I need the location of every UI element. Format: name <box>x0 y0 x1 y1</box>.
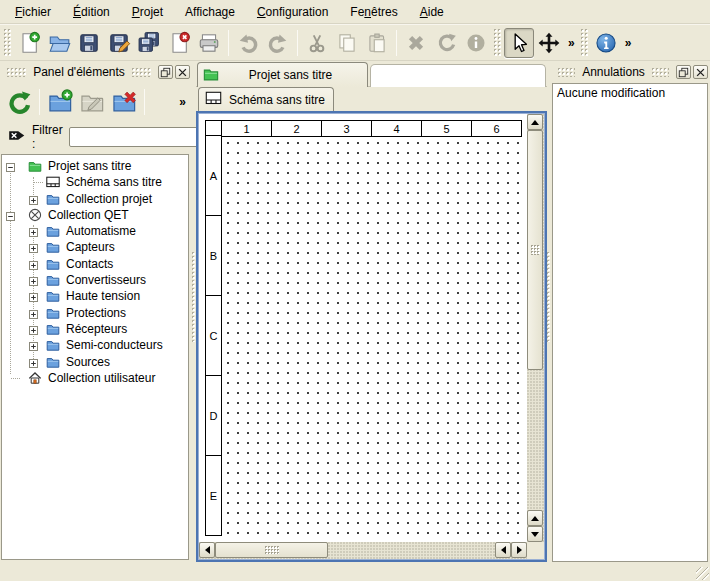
scrollbar-corner <box>527 542 544 559</box>
tree-item-automatisme[interactable]: Automatisme <box>2 223 188 239</box>
schema-canvas[interactable]: 123456 ABCDE <box>199 114 527 542</box>
info-blue-button[interactable] <box>591 28 621 58</box>
menu-item-aide[interactable]: Aide <box>409 2 455 22</box>
toolbar-separator <box>297 30 298 56</box>
tree-item-schema-sans-titre[interactable]: Schéma sans titre <box>2 174 188 190</box>
expand-expander-icon[interactable] <box>29 194 38 203</box>
project-folder-icon <box>203 66 219 85</box>
mdi-area: Projet sans titre Schéma sans titre 1234… <box>196 62 547 562</box>
tree-item-haute-tension[interactable]: Haute tension <box>2 288 188 304</box>
open-button[interactable] <box>44 28 74 58</box>
expand-expander-icon[interactable] <box>29 259 38 268</box>
new-document-button[interactable] <box>14 28 44 58</box>
tree-item-convertisseurs[interactable]: Convertisseurs <box>2 272 188 288</box>
tree-item-label: Collection projet <box>66 192 152 206</box>
scroll-right-button[interactable] <box>511 542 527 558</box>
menu-item-fenetres[interactable]: Fenêtres <box>339 2 408 22</box>
save-icon <box>77 31 101 55</box>
close-dock-button[interactable] <box>175 65 190 79</box>
tree-item-sources[interactable]: Sources <box>2 354 188 370</box>
expand-expander-icon[interactable] <box>29 275 38 284</box>
scroll-up-button-2[interactable] <box>527 510 543 526</box>
menu-item-projet[interactable]: Projet <box>121 2 174 22</box>
menu-item-fichier[interactable]: Fichier <box>4 2 62 22</box>
expand-expander-icon[interactable] <box>29 357 38 366</box>
expand-expander-icon[interactable] <box>29 324 38 333</box>
clear-filter-icon[interactable] <box>7 127 26 147</box>
float-dock-button[interactable] <box>676 65 691 79</box>
collapse-expander-icon[interactable] <box>6 161 15 170</box>
scroll-down-button[interactable] <box>527 526 543 542</box>
close-file-button[interactable] <box>164 28 194 58</box>
info-gray-button[interactable] <box>461 28 491 58</box>
tree-item-contacts[interactable]: Contacts <box>2 256 188 272</box>
schema-icon <box>205 91 222 108</box>
expand-expander-icon[interactable] <box>29 242 38 251</box>
toolbar-handle[interactable] <box>494 29 501 56</box>
new-folder-button[interactable] <box>44 86 76 118</box>
tab-project[interactable]: Projet sans titre <box>197 62 368 87</box>
tree-item-recepteurs[interactable]: Récepteurs <box>2 321 188 337</box>
column-header-1: 1 <box>221 120 272 137</box>
save-as-button[interactable] <box>104 28 134 58</box>
undo-panel-titlebar[interactable]: Annulations <box>551 62 710 82</box>
window-resize-grip[interactable] <box>696 567 709 580</box>
undo-history-item[interactable]: Aucune modification <box>553 84 707 102</box>
menu-item-configuration[interactable]: Configuration <box>246 2 339 22</box>
horizontal-scroll-thumb[interactable] <box>215 542 328 558</box>
toolbar-overflow-chevron[interactable]: » <box>621 36 635 50</box>
edit-folder-button[interactable] <box>76 86 108 118</box>
menu-item-affichage[interactable]: Affichage <box>174 2 246 22</box>
collections-toolbar-overflow-chevron[interactable]: » <box>175 95 189 109</box>
toolbar-overflow-chevron[interactable]: » <box>564 36 578 50</box>
dock-drag-texture <box>652 68 669 77</box>
tree-branch-stub <box>34 182 43 183</box>
tree-item-label: Haute tension <box>66 289 140 303</box>
scroll-left-button-2[interactable] <box>495 542 511 558</box>
save-button[interactable] <box>74 28 104 58</box>
copy-button[interactable] <box>332 28 362 58</box>
paste-button[interactable] <box>362 28 392 58</box>
tree-item-label: Contacts <box>66 257 113 271</box>
tree-item-collection-projet[interactable]: Collection projet <box>2 191 188 207</box>
reload-button[interactable] <box>3 86 35 118</box>
close-dock-button[interactable] <box>693 65 708 79</box>
expand-expander-icon[interactable] <box>29 308 38 317</box>
scroll-up-button[interactable] <box>527 114 543 130</box>
new-folder-icon <box>47 89 73 115</box>
menu-item-edition[interactable]: Édition <box>62 2 121 22</box>
tree-item-protections[interactable]: Protections <box>2 305 188 321</box>
tree-item-collection-qet[interactable]: Collection QET <box>2 207 188 223</box>
cut-button[interactable] <box>302 28 332 58</box>
vertical-scroll-thumb[interactable] <box>527 130 543 370</box>
save-all-button[interactable] <box>134 28 164 58</box>
print-button[interactable] <box>194 28 224 58</box>
toolbar-handle[interactable] <box>581 29 588 56</box>
toolbar-handle[interactable] <box>4 29 11 56</box>
tree-item-projet-sans-titre[interactable]: Projet sans titre <box>2 158 188 174</box>
edit-folder-icon <box>79 89 105 115</box>
move-tool-button[interactable] <box>534 28 564 58</box>
float-dock-button[interactable] <box>158 65 173 79</box>
redo-button[interactable] <box>263 28 293 58</box>
rotate-button[interactable] <box>431 28 461 58</box>
tab-project-label: Projet sans titre <box>219 68 362 82</box>
scroll-left-button[interactable] <box>199 542 215 558</box>
tree-item-capteurs[interactable]: Capteurs <box>2 239 188 255</box>
vertical-scrollbar[interactable] <box>527 114 544 542</box>
collapse-expander-icon[interactable] <box>6 210 15 219</box>
expand-expander-icon[interactable] <box>29 340 38 349</box>
expand-expander-icon[interactable] <box>29 226 38 235</box>
tree-item-collection-utilisateur[interactable]: Collection utilisateur <box>2 370 188 386</box>
elements-panel-titlebar[interactable]: Panel d'éléments <box>0 62 192 82</box>
undo-button[interactable] <box>233 28 263 58</box>
expand-expander-icon[interactable] <box>29 291 38 300</box>
delete-button[interactable] <box>401 28 431 58</box>
select-tool-button[interactable] <box>504 28 534 58</box>
delete-folder-button[interactable] <box>108 86 140 118</box>
horizontal-scrollbar[interactable] <box>199 542 527 559</box>
tree-item-semi-conducteurs[interactable]: Semi-conducteurs <box>2 337 188 353</box>
tab-schema[interactable]: Schéma sans titre <box>198 87 334 111</box>
copy-icon <box>335 31 359 55</box>
new-document-icon <box>17 31 41 55</box>
